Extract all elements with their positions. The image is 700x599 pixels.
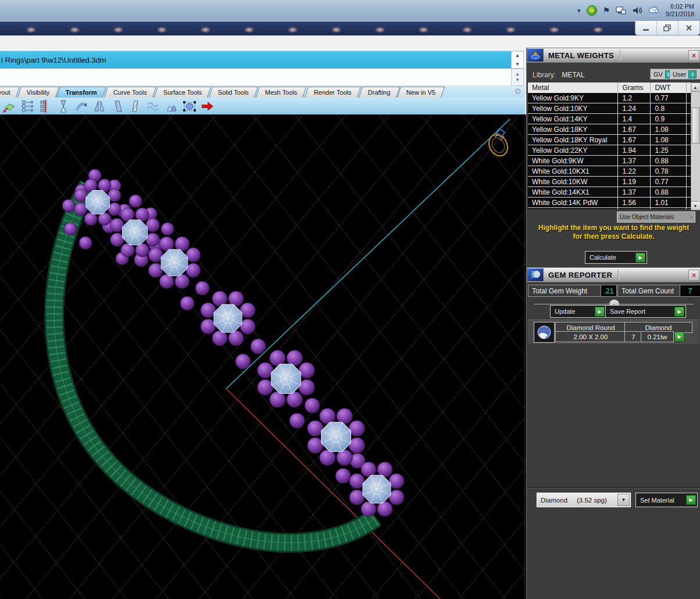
table-row[interactable]: White Gold:14KW 1.33 0.73: [528, 208, 691, 209]
action-center-flag-icon[interactable]: ⚑: [603, 6, 610, 15]
material-name: Diamond: [537, 497, 577, 504]
set-material-button[interactable]: Set Material ▶: [635, 493, 698, 507]
metal-table-scrollbar[interactable]: ▲ ▼: [691, 83, 700, 210]
volume-tray-icon[interactable]: [632, 6, 642, 15]
viewport-3d[interactable]: [0, 114, 525, 599]
update-arrow-icon: ▶: [595, 307, 605, 317]
gem-reporter-title: GEM REPORTER: [544, 271, 612, 279]
spinner-up-icon[interactable]: ▲: [515, 71, 520, 77]
table-row[interactable]: Yellow Gold:9KY 1.2 0.77: [528, 93, 691, 103]
clock-time: 6:02 PM: [666, 3, 694, 10]
tab-drafting[interactable]: Drafting: [358, 87, 399, 98]
tab-layout[interactable]: yout: [0, 87, 20, 98]
spinner-down-icon[interactable]: ▼: [515, 77, 520, 83]
project-arrow-icon[interactable]: [199, 99, 215, 114]
gem-row-arrow-icon[interactable]: ▶: [674, 332, 684, 342]
tray-chevron-icon[interactable]: ▾: [577, 7, 581, 15]
gem-reporter-close-icon[interactable]: ×: [688, 270, 699, 281]
command-prompt-row[interactable]: [0, 69, 511, 86]
linear-array-icon[interactable]: [37, 99, 53, 114]
scroll-up-icon[interactable]: ▲: [515, 53, 520, 58]
table-row[interactable]: White Gold:9KW 1.37 0.88: [528, 156, 691, 166]
col-metal[interactable]: Metal: [528, 83, 618, 93]
gem-reporter-icon: [527, 268, 544, 281]
calculate-button[interactable]: Calculate ▶: [585, 251, 647, 264]
save-report-button[interactable]: Save Report ▶: [605, 305, 686, 318]
col-grams[interactable]: Grams: [618, 83, 651, 93]
minimize-button[interactable]: [635, 21, 657, 35]
command-bar[interactable]: l Rings\part 9\w12\Untitled.3dm: [0, 51, 511, 69]
tab-visibility[interactable]: Visibility: [17, 87, 59, 98]
file-path-text: l Rings\part 9\w12\Untitled.3dm: [1, 56, 106, 64]
tab-render-tools[interactable]: Render Tools: [305, 87, 361, 98]
close-window-button[interactable]: [678, 21, 699, 35]
table-row[interactable]: Yellow Gold:22KY 1.94 1.25: [528, 145, 691, 156]
restore-button[interactable]: [657, 21, 678, 35]
ring-widget-icon: [485, 129, 511, 159]
scrollbar-up-icon[interactable]: ▲: [691, 83, 699, 92]
transform-toolbar: [0, 98, 525, 114]
total-gem-weight-value: .21: [601, 285, 617, 297]
table-row[interactable]: Yellow Gold:18KY 1.67 1.08: [528, 124, 691, 135]
right-panel: METAL WEIGHTS × Library: METAL GVI UserI…: [526, 48, 700, 599]
tab-transform[interactable]: Transform: [56, 87, 106, 98]
metal-table: Metal Grams DWT Yellow Gold:9KY 1.2 0.77…: [528, 83, 691, 209]
tab-new-in-v5[interactable]: New in V5: [397, 87, 445, 98]
library-value: METAL: [562, 71, 584, 79]
move-icon[interactable]: [1, 99, 17, 114]
flow-icon[interactable]: [163, 99, 179, 114]
tab-mesh-tools[interactable]: Mesh Tools: [256, 87, 307, 98]
scrollbar-thumb[interactable]: [692, 107, 700, 144]
table-row[interactable]: Yellow Gold:18KY Royal 1.67 1.08: [528, 135, 691, 145]
update-button[interactable]: Update ▶: [550, 305, 606, 318]
library-row: Library: METAL: [533, 69, 585, 80]
cloud-tray-icon[interactable]: [648, 6, 660, 15]
tab-surface-tools[interactable]: Surface Tools: [154, 87, 212, 98]
wave-smooth-icon[interactable]: [145, 99, 161, 114]
rotate-icon[interactable]: [73, 99, 89, 114]
network-tray-icon[interactable]: [616, 6, 626, 15]
tool-tab-bar: yout Visibility Transform Curve Tools Su…: [0, 86, 525, 98]
shear-icon[interactable]: [109, 99, 125, 114]
user-toggle[interactable]: I: [688, 70, 697, 78]
scroll-down-icon[interactable]: ▼: [515, 62, 520, 67]
tab-settings-gear-icon[interactable]: ⚙: [514, 87, 522, 96]
metal-weights-close-icon[interactable]: ×: [688, 50, 699, 61]
use-object-materials-button[interactable]: Use Object Materials ○: [617, 211, 695, 223]
antivirus-tray-icon[interactable]: [587, 5, 597, 16]
dropdown-arrow-icon[interactable]: ▼: [617, 494, 630, 506]
window-controls: [635, 21, 700, 35]
scrollbar-down-icon[interactable]: ▼: [691, 201, 699, 210]
material-dropdown[interactable]: Diamond (3.52 spg) ▼: [537, 493, 631, 507]
table-row[interactable]: White Gold:10KX1 1.22 0.78: [528, 166, 691, 177]
bend-icon[interactable]: [127, 99, 143, 114]
command-scrollbar[interactable]: ▲ ▼: [511, 51, 524, 69]
gem-reporter-header[interactable]: GEM REPORTER ×: [527, 267, 700, 282]
prompt-spinner[interactable]: ▲ ▼: [511, 69, 524, 86]
taskbar-clock[interactable]: 6:02 PM 9/21/2018: [666, 3, 697, 18]
col-dwt[interactable]: DWT: [651, 83, 687, 93]
user-button[interactable]: UserI: [669, 69, 700, 80]
gem-total-weight: 0.21tw: [641, 331, 674, 342]
metal-weights-header[interactable]: METAL WEIGHTS ×: [527, 48, 700, 63]
table-row[interactable]: Yellow Gold:10KY 1.24 0.8: [528, 103, 691, 114]
save-report-arrow-icon: ▶: [674, 307, 684, 317]
tab-curve-tools[interactable]: Curve Tools: [104, 87, 156, 98]
table-row[interactable]: Yellow Gold:14KY 1.4 0.9: [528, 114, 691, 124]
gem-list-item[interactable]: Diamond Round Diamond 2.00 X 2.00 7 0.21…: [528, 320, 699, 345]
ring-model: [0, 114, 525, 599]
window-title-strip: [0, 21, 700, 36]
cage-edit-icon[interactable]: [181, 99, 197, 114]
table-row[interactable]: White Gold:14KX1 1.37 0.88: [528, 187, 691, 198]
tab-solid-tools[interactable]: Solid Tools: [209, 87, 258, 98]
gem-thumbnail: [534, 322, 555, 343]
set-material-arrow-icon: ▶: [686, 495, 696, 505]
mirror-icon[interactable]: [91, 99, 107, 114]
table-row[interactable]: White Gold:10KW 1.19 0.77: [528, 177, 691, 187]
calculate-arrow-icon: ▶: [635, 253, 645, 263]
copy-array-icon[interactable]: [19, 99, 35, 114]
table-row[interactable]: White Gold:14K PdW 1.56 1.01: [528, 198, 691, 208]
scale-1d-icon[interactable]: [55, 99, 71, 114]
system-tray: ▾ ⚑ 6:02 PM 9/21/2018: [577, 0, 697, 21]
library-label: Library:: [533, 71, 556, 79]
